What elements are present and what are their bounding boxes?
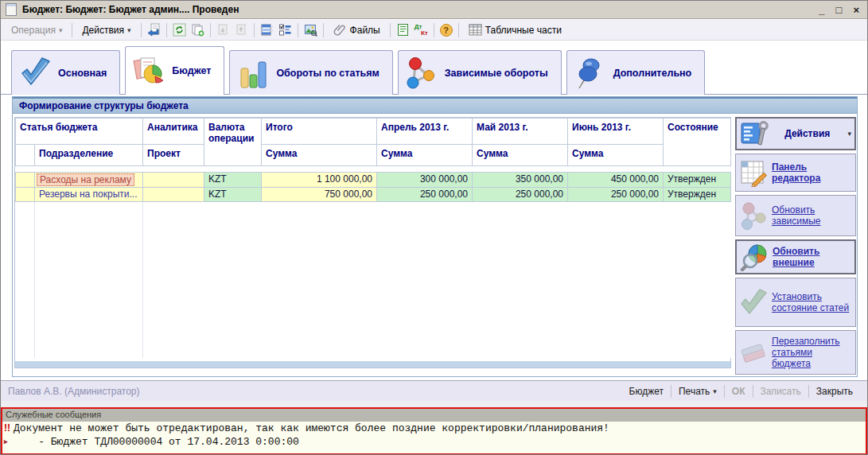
col-header-total: Итого — [262, 119, 377, 145]
checkbox-settings-button[interactable] — [276, 21, 294, 38]
refresh-dependent-button[interactable]: Обновить зависимые — [735, 195, 856, 236]
may-cell[interactable]: 350 000,00 — [473, 173, 568, 188]
tab-bar: Основная Бюджет Обороты по статьям Завис… — [11, 46, 705, 95]
refresh-dependent-icon — [739, 201, 768, 230]
col-header-sum-june: Сумма — [568, 145, 664, 166]
tabular-parts-button[interactable]: Табличные части — [462, 21, 568, 39]
april-cell[interactable]: 300 000,00 — [377, 173, 473, 188]
toolbar-separator — [141, 23, 142, 37]
refill-articles-button[interactable]: Перезаполнить статьями бюджета — [735, 330, 856, 375]
list-settings-button[interactable] — [258, 21, 276, 38]
unload-document-icon — [235, 23, 248, 37]
set-state-label: Установить состояние статей — [772, 291, 852, 313]
empty-table-area — [16, 202, 731, 358]
window-gap — [1, 401, 867, 407]
selected-cell[interactable]: Расходы на рекламу — [37, 173, 134, 186]
row-marker-cell[interactable] — [16, 188, 35, 202]
tab-osnovnaya[interactable]: Основная — [11, 50, 120, 95]
group-body: Статья бюджета Аналитика Валюта операции… — [13, 114, 857, 375]
col-header-april: Апрель 2013 г. — [377, 119, 473, 145]
june-cell[interactable]: 450 000,00 — [568, 173, 664, 188]
status-bar: Павлов А.В. (Администратор) Бюджет Печат… — [1, 380, 867, 401]
load-document-button[interactable] — [214, 21, 232, 38]
col-header-sum-april: Сумма — [377, 145, 473, 166]
currency-cell[interactable]: KZT — [204, 173, 262, 188]
april-cell[interactable]: 250 000,00 — [377, 188, 473, 202]
minimize-button[interactable]: _ — [819, 5, 824, 15]
col-header-marker — [16, 145, 35, 166]
refresh-button[interactable] — [170, 21, 189, 38]
tab-dopolnitelno[interactable]: Дополнительно — [566, 50, 706, 95]
col-header-article: Статья бюджета — [16, 119, 143, 145]
dt-kt-button[interactable]: Дт Кт — [412, 22, 430, 38]
header-spacer — [16, 166, 731, 173]
ok-button[interactable]: ОК — [725, 384, 753, 399]
message-text: Документ не может быть отредактирован, т… — [14, 422, 609, 435]
actions-panel-button[interactable]: Действия ▾ — [735, 117, 856, 150]
total-cell[interactable]: 1 100 000,00 — [262, 173, 377, 188]
refill-articles-label: Перезаполнить статьями бюджета — [772, 336, 852, 369]
files-button[interactable]: Файлы — [327, 21, 387, 39]
col-header-sum-may: Сумма — [473, 145, 568, 166]
refresh-dependent-label: Обновить зависимые — [772, 204, 852, 227]
tab-oboroty-po-statyam[interactable]: Обороты по статьям — [229, 50, 392, 95]
dt-kt-icon: Дт Кт — [415, 24, 428, 37]
budget-table-area: Статья бюджета Аналитика Валюта операции… — [14, 117, 731, 368]
image-preview-button[interactable] — [302, 21, 320, 38]
report-button[interactable] — [394, 21, 412, 38]
budget-button[interactable]: Бюджет — [622, 384, 671, 399]
help-icon: ? — [440, 24, 453, 37]
side-panel: Действия ▾ Панель редактора Обновить зав… — [735, 117, 856, 375]
set-state-button[interactable]: Установить состояние статей — [735, 278, 856, 327]
table-row: Расходы на рекламу KZT 1 100 000,00 300 … — [16, 173, 731, 188]
network-icon — [403, 56, 440, 91]
copy-add-icon — [191, 23, 204, 37]
service-messages-panel: Служебные сообщения !! Документ не может… — [1, 407, 867, 455]
may-cell[interactable]: 250 000,00 — [473, 188, 568, 202]
tab-zavisimye-oboroty[interactable]: Зависимые обороты — [398, 50, 562, 95]
bar-chart-icon — [235, 56, 271, 91]
post-document-button[interactable] — [145, 21, 163, 38]
maximize-button[interactable]: □ — [836, 5, 843, 15]
toolbar-separator — [210, 23, 211, 37]
load-document-icon — [216, 23, 230, 37]
toolbar-separator — [390, 23, 391, 37]
article-cell[interactable]: Расходы на рекламу — [35, 173, 143, 188]
editor-panel-icon — [739, 158, 768, 187]
project-cell[interactable] — [143, 173, 204, 188]
caret-down-icon: ▾ — [127, 26, 131, 34]
help-button[interactable]: ? — [438, 22, 455, 38]
message-line: ▸ - Бюджет ТДЛ00000004 от 17.04.2013 0:0… — [2, 435, 866, 449]
row-marker-cell[interactable] — [16, 173, 35, 188]
state-cell[interactable]: Утвержден — [664, 173, 731, 188]
actions-menu-button[interactable]: Действия ▾ — [76, 22, 137, 38]
report-icon — [396, 23, 410, 37]
unload-document-button[interactable] — [232, 21, 251, 38]
operation-menu-button[interactable]: Операция ▾ — [5, 22, 68, 38]
error-marker-icon: !! — [2, 422, 14, 435]
tab-label: Дополнительно — [613, 68, 692, 79]
tab-label: Бюджет — [172, 65, 211, 76]
state-cell[interactable]: Утвержден — [664, 188, 731, 202]
current-user-label: Павлов А.В. (Администратор) — [8, 386, 622, 397]
paperclip-icon — [333, 23, 347, 37]
tab-byudzhet[interactable]: Бюджет — [125, 46, 224, 95]
editor-panel-button[interactable]: Панель редактора — [735, 154, 856, 192]
save-button[interactable]: Записать — [753, 384, 808, 399]
files-label: Файлы — [350, 25, 380, 36]
col-header-department: Подразделение — [35, 145, 143, 166]
article-cell[interactable]: Резервы на покрыти... — [35, 188, 143, 202]
close-form-button[interactable]: Закрыть — [809, 384, 860, 399]
list-settings-icon — [260, 23, 274, 37]
total-cell[interactable]: 750 000,00 — [262, 188, 377, 202]
horizontal-scrollbar[interactable] — [15, 361, 730, 368]
refresh-external-button[interactable]: Обновить внешние — [735, 239, 856, 274]
close-button[interactable]: × — [853, 5, 859, 15]
print-button[interactable]: Печать▾ — [671, 384, 724, 399]
project-cell[interactable] — [143, 188, 204, 202]
toolbar: Операция ▾ Действия ▾ Файлы Дт — [1, 20, 867, 41]
caret-down-icon: ▾ — [713, 387, 717, 395]
copy-add-button[interactable] — [189, 21, 207, 38]
june-cell[interactable]: 250 000,00 — [568, 188, 664, 202]
currency-cell[interactable]: KZT — [204, 188, 262, 202]
